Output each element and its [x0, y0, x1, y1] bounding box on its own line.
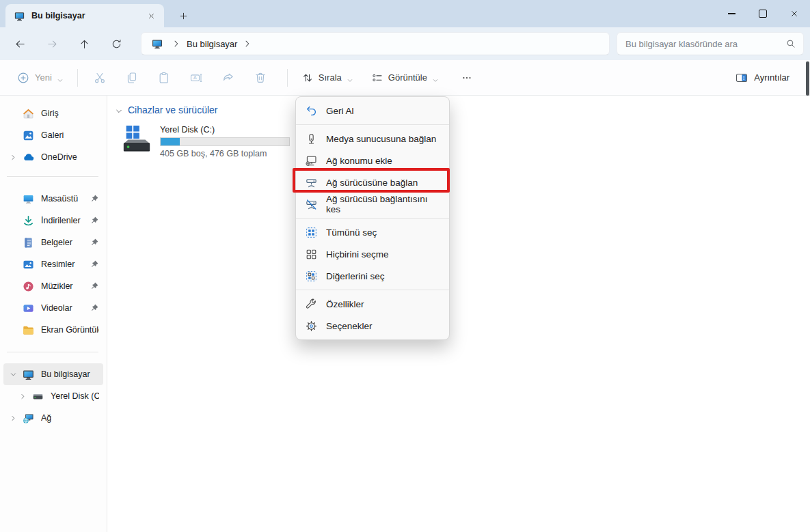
- chevron-down-icon[interactable]: [8, 369, 18, 380]
- refresh-button[interactable]: [105, 33, 128, 55]
- toolbar-separator: [77, 69, 78, 87]
- pin-icon: [90, 194, 99, 204]
- section-header-devices-and-drives[interactable]: Cihazlar ve sürücüler: [115, 104, 810, 115]
- forward-button[interactable]: [40, 33, 64, 55]
- properties-icon: [305, 298, 318, 311]
- more-options-button[interactable]: [454, 66, 480, 90]
- delete-button[interactable]: [247, 66, 274, 90]
- details-pane-icon: [735, 71, 748, 85]
- sidebar-item-onedrive[interactable]: OneDrive: [3, 146, 103, 168]
- rename-button[interactable]: [183, 66, 210, 90]
- search-icon[interactable]: [785, 38, 796, 49]
- pc-icon: [14, 10, 25, 22]
- address-row: Bu bilgisayar: [0, 27, 810, 60]
- sidebar-item-bu-bilgisayar[interactable]: Bu bilgisayar: [3, 363, 103, 385]
- share-button[interactable]: [215, 66, 242, 90]
- drive-capacity-text: 405 GB boş, 476 GB toplam: [160, 149, 290, 158]
- add-network-location-icon: [305, 154, 318, 167]
- menu-separator: [296, 290, 449, 290]
- sidebar-item-indirilenler[interactable]: İndirilenler: [3, 210, 103, 232]
- tab-title: Bu bilgisayar: [31, 11, 144, 20]
- plus-icon: [179, 12, 188, 20]
- sidebar-item-videolar[interactable]: Videolar: [3, 297, 103, 319]
- details-button-label: Ayrıntılar: [754, 72, 789, 83]
- chevron-right-icon[interactable]: [8, 412, 18, 423]
- back-icon: [14, 38, 26, 50]
- copy-button[interactable]: [118, 66, 146, 90]
- address-bar[interactable]: Bu bilgisayar: [141, 32, 610, 55]
- sidebar-item-giris[interactable]: Giriş: [3, 102, 103, 124]
- sidebar-item-yerel-disk-c[interactable]: Yerel Disk (C:): [3, 385, 103, 407]
- menu-item-label: Diğerlerini seç: [326, 271, 385, 281]
- sidebar-item-masaustu[interactable]: Masaüstü: [3, 188, 103, 210]
- sidebar-item-belgeler[interactable]: Belgeler: [3, 232, 103, 253]
- sort-button[interactable]: Sırala: [296, 66, 359, 90]
- view-icon: [371, 72, 383, 84]
- options-icon: [305, 320, 318, 333]
- view-button[interactable]: Görüntüle: [366, 66, 444, 90]
- gallery-icon: [22, 129, 35, 142]
- scrollbar-thumb[interactable]: [806, 61, 809, 96]
- menu-item-secenekler[interactable]: Seçenekler: [296, 315, 449, 337]
- minimize-button[interactable]: [716, 0, 747, 27]
- select-all-icon: [305, 226, 318, 239]
- refresh-icon: [111, 38, 122, 50]
- sidebar-item-ag[interactable]: Ağ: [3, 407, 103, 429]
- plus-circle-icon: [16, 71, 30, 85]
- command-bar: Yeni Sırala Görüntüle Ayrıntılar: [0, 60, 810, 96]
- menu-item-label: Hiçbirini seçme: [326, 249, 389, 260]
- window-controls: [716, 0, 810, 27]
- drive-item-yerel-disk-c[interactable]: Yerel Disk (C:) 405 GB boş, 476 GB topla…: [120, 124, 810, 158]
- tab-bu-bilgisayar[interactable]: Bu bilgisayar: [5, 4, 164, 27]
- new-button[interactable]: Yeni: [11, 66, 69, 90]
- new-button-label: Yeni: [35, 72, 52, 83]
- sidebar-separator: [7, 352, 98, 352]
- sidebar-item-resimler[interactable]: Resimler: [3, 253, 103, 275]
- pc-icon: [151, 38, 163, 50]
- chevron-right-icon[interactable]: [243, 39, 252, 48]
- new-tab-button[interactable]: [175, 8, 191, 24]
- sidebar-item-label: Giriş: [41, 109, 99, 118]
- ellipsis-icon: [461, 72, 473, 84]
- network-icon: [22, 412, 35, 425]
- menu-item-ag-surucusu-baglantisini-kes[interactable]: Ağ sürücüsü bağlantısını kes: [296, 193, 449, 215]
- paste-button[interactable]: [150, 66, 178, 90]
- chevron-right-icon[interactable]: [17, 391, 28, 402]
- chevron-right-icon[interactable]: [8, 152, 18, 163]
- maximize-icon: [759, 10, 767, 18]
- pin-icon: [90, 238, 99, 247]
- sidebar-item-label: OneDrive: [41, 152, 99, 162]
- menu-item-hicbirini-secme[interactable]: Hiçbirini seçme: [296, 243, 449, 265]
- disk-usage-fill: [161, 138, 180, 145]
- file-explorer-window: Bu bilgisayar Bu bilgisayar Yeni: [0, 0, 810, 532]
- cut-button[interactable]: [86, 66, 113, 90]
- close-button[interactable]: [779, 0, 810, 27]
- sidebar-item-ekran-goruntuleri[interactable]: Ekran Görüntüleri: [3, 319, 103, 341]
- details-pane-button[interactable]: Ayrıntılar: [729, 66, 795, 90]
- chevron-down-icon[interactable]: [115, 106, 123, 114]
- menu-item-tumunu-sec[interactable]: Tümünü seç: [296, 221, 449, 243]
- back-button[interactable]: [8, 33, 31, 55]
- sidebar-item-galeri[interactable]: Galeri: [3, 124, 103, 146]
- sidebar-item-label: Videolar: [41, 303, 87, 313]
- sidebar-item-muzikler[interactable]: Müzikler: [3, 275, 103, 297]
- disconnect-network-drive-icon: [305, 198, 318, 211]
- up-button[interactable]: [72, 33, 96, 55]
- menu-item-medya-sunucusuna-baglan[interactable]: Medya sunucusuna bağlan: [296, 128, 449, 150]
- content-pane: Cihazlar ve sürücüler Yerel Disk (C:) 40…: [108, 96, 810, 532]
- menu-item-geri-al[interactable]: Geri Al: [296, 100, 449, 122]
- maximize-button[interactable]: [747, 0, 779, 27]
- breadcrumb-item[interactable]: Bu bilgisayar: [187, 39, 237, 49]
- onedrive-icon: [22, 151, 35, 164]
- search-input[interactable]: [624, 38, 785, 50]
- sidebar-item-label: Müzikler: [41, 281, 87, 291]
- pictures-icon: [22, 258, 35, 271]
- tab-close-button[interactable]: [144, 8, 159, 23]
- menu-item-ozellikler[interactable]: Özellikler: [296, 293, 449, 315]
- menu-item-digerlerini-sec[interactable]: Diğerlerini seç: [296, 265, 449, 287]
- select-none-icon: [305, 248, 318, 261]
- menu-item-label: Geri Al: [326, 106, 354, 116]
- close-icon: [790, 10, 798, 18]
- view-button-label: Görüntüle: [388, 72, 427, 83]
- pin-icon: [90, 281, 99, 291]
